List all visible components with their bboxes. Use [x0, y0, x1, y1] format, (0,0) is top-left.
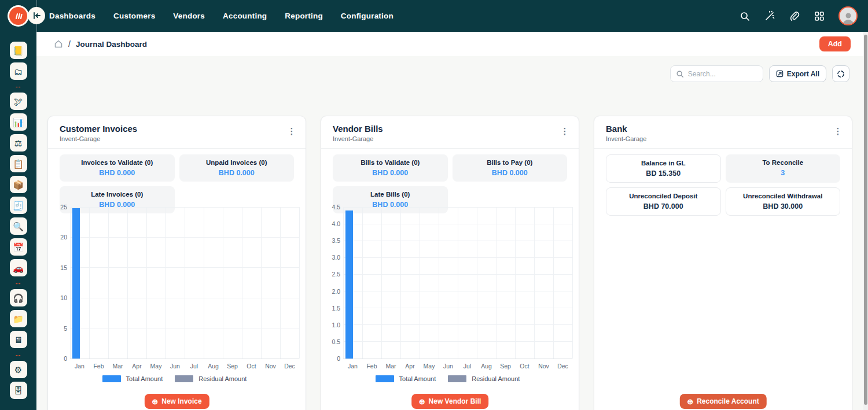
scrollbar-thumb[interactable]	[864, 35, 867, 405]
app-sidebar: 📒🗂--🕊📊⚖📋📦🧾🔍📅🚗--🎧📁🖥--⚙🗄	[0, 32, 36, 410]
gridline	[420, 207, 420, 359]
attachment-icon[interactable]	[789, 10, 800, 22]
stat-tile-label: Bills to Pay (0)	[457, 158, 563, 167]
sidebar-item-fleet[interactable]: 🚗	[10, 259, 27, 276]
legend-label: Total Amount	[399, 375, 436, 382]
stat-tile[interactable]: Unreconciled DepositBHD 70.000	[606, 187, 721, 216]
user-avatar[interactable]	[838, 6, 858, 25]
sidebar-item-expenses[interactable]: 🧾	[10, 197, 27, 214]
add-button[interactable]: Add	[819, 36, 851, 51]
gridline	[458, 207, 458, 359]
budget-icon: 🗂	[14, 67, 23, 76]
stat-tile[interactable]: Bills to Pay (0)BHD 0.000	[453, 154, 568, 182]
fullscreen-button[interactable]	[832, 65, 849, 82]
sidebar-item-devices[interactable]: 🗄	[10, 382, 27, 399]
card-customer-invoices: Customer InvoicesInvent-Garage⋮Invoices …	[47, 116, 306, 410]
person-icon	[841, 10, 856, 24]
chart-bar-total-amount-jan[interactable]	[72, 208, 80, 359]
app-logo[interactable]	[8, 5, 29, 27]
gridline	[185, 207, 185, 359]
nav-item-reporting[interactable]: Reporting	[285, 12, 323, 20]
new-vendor-bill-button[interactable]: ⊕New Vendor Bill	[411, 394, 489, 409]
stat-tile-value: 3	[730, 168, 836, 178]
y-axis-tick-label: 10	[55, 294, 67, 301]
apps-grid-icon[interactable]	[814, 10, 825, 22]
billing-icon: 📋	[13, 160, 24, 168]
y-axis-tick-label: 2.5	[328, 271, 340, 278]
top-navigation-bar: DashboardsCustomersVendorsAccountingRepo…	[0, 0, 868, 32]
nav-item-dashboards[interactable]: Dashboards	[49, 12, 95, 20]
sidebar-item-support[interactable]: 🎧	[10, 289, 27, 306]
export-all-label: Export All	[787, 70, 819, 78]
gridline	[496, 207, 496, 359]
bar-chart-customer-invoices: 0510152025JanFebMarAprMayJunJulAugSepOct…	[55, 203, 301, 394]
sidebar-item-assets[interactable]: ⚖	[10, 134, 27, 152]
export-all-button[interactable]: Export All	[769, 65, 826, 82]
search-input-icon	[676, 70, 684, 78]
stat-tile[interactable]: Balance in GLBD 15.350	[606, 154, 721, 183]
nav-item-configuration[interactable]: Configuration	[341, 12, 393, 20]
sidebar-item-settings[interactable]: ⚙	[10, 361, 27, 378]
gridline	[127, 207, 128, 359]
sidebar-item-journal[interactable]: 📒	[10, 42, 27, 59]
journal-icon: 📒	[13, 46, 24, 55]
sidebar-item-pos[interactable]: 🖥	[10, 331, 27, 348]
card-menu-kebab-icon[interactable]: ⋮	[286, 125, 297, 137]
gridline	[572, 207, 573, 359]
sidebar-item-billing[interactable]: 📋	[10, 155, 27, 172]
sidebar-item-documents[interactable]: 📁	[10, 310, 27, 327]
card-menu-kebab-icon[interactable]: ⋮	[559, 125, 571, 137]
reconcile-account-button[interactable]: ⊕Reconcile Account	[679, 394, 766, 409]
stat-tile[interactable]: Invoices to Validate (0)BHD 0.000	[60, 154, 175, 182]
y-axis-tick-label: 2.0	[328, 288, 340, 295]
new-invoice-button[interactable]: ⊕New Invoice	[144, 394, 209, 409]
audit-icon: 🔍	[13, 222, 24, 231]
sidebar-collapse-button[interactable]	[28, 7, 45, 24]
page-title: Journal Dashboard	[76, 40, 147, 49]
nav-item-accounting[interactable]: Accounting	[223, 12, 267, 20]
gridline	[89, 207, 90, 359]
nav-item-customers[interactable]: Customers	[113, 12, 155, 20]
stat-tile-label: Unreconciled Withdrawal	[731, 191, 836, 201]
card-header: Vendor BillsInvent-Garage⋮	[321, 116, 579, 148]
stat-tile[interactable]: Bills to Validate (0)BHD 0.000	[333, 154, 448, 182]
gridline	[515, 207, 516, 359]
planning-icon: 📅	[13, 243, 24, 252]
sidebar-item-planning[interactable]: 📅	[10, 238, 27, 256]
nav-item-vendors[interactable]: Vendors	[173, 12, 205, 20]
card-header: BankInvent-Garage⋮	[594, 116, 852, 148]
gridline	[553, 207, 554, 359]
sidebar-item-budget[interactable]: 🗂	[10, 62, 27, 80]
plus-circle-icon: ⊕	[152, 398, 158, 405]
magic-wand-icon[interactable]	[764, 10, 775, 22]
legend-label: Total Amount	[126, 375, 163, 382]
sidebar-item-payments[interactable]: 🕊	[10, 93, 27, 110]
card-title: Bank	[606, 124, 840, 134]
card-bank: BankInvent-Garage⋮Balance in GLBD 15.350…	[594, 116, 852, 410]
legend-swatch	[448, 375, 466, 382]
expenses-icon: 🧾	[13, 201, 24, 210]
search-icon[interactable]	[739, 10, 751, 22]
gridline	[165, 207, 166, 359]
breadcrumb-bar: / Journal Dashboard Add	[36, 32, 868, 56]
chart-legend: Total AmountResidual Amount	[55, 375, 301, 382]
gridline	[242, 207, 242, 359]
chart-bar-total-amount-jan[interactable]	[345, 210, 353, 359]
home-icon[interactable]	[54, 39, 63, 49]
sidebar-item-inventory[interactable]: 📦	[10, 176, 27, 193]
card-vendor-bills: Vendor BillsInvent-Garage⋮Bills to Valid…	[321, 116, 579, 410]
card-menu-kebab-icon[interactable]: ⋮	[832, 125, 844, 137]
stat-tile[interactable]: To Reconcile3	[726, 154, 841, 183]
main-menu: DashboardsCustomersVendorsAccountingRepo…	[49, 0, 393, 32]
assets-icon: ⚖	[14, 139, 22, 147]
search-input[interactable]	[688, 70, 752, 78]
gridline	[204, 207, 204, 359]
card-subtitle: Invent-Garage	[333, 135, 567, 142]
stat-tile[interactable]: Unreconciled WithdrawalBHD 30.000	[726, 187, 841, 216]
sidebar-item-analytics[interactable]: 📊	[10, 113, 27, 131]
footer-button-label: New Vendor Bill	[429, 397, 481, 405]
sidebar-section-divider: --	[16, 83, 21, 89]
stat-tile[interactable]: Unpaid Invoices (0)BHD 0.000	[179, 154, 295, 182]
sidebar-item-audit[interactable]: 🔍	[10, 217, 27, 235]
sidebar-section-divider: --	[16, 352, 21, 357]
